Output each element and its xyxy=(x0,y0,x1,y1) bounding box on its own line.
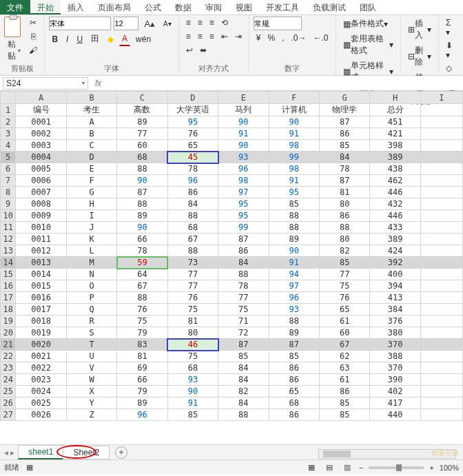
cell[interactable]: 66 xyxy=(117,234,167,245)
col-header-F[interactable]: F xyxy=(269,92,319,104)
sheet-tab-2[interactable]: Sheet2 xyxy=(63,446,110,459)
row-header-24[interactable]: 24 xyxy=(1,374,16,386)
font-size-combo[interactable] xyxy=(114,17,138,30)
cell[interactable]: 424 xyxy=(370,245,420,257)
cell[interactable]: 88 xyxy=(269,315,319,327)
row-header-15[interactable]: 15 xyxy=(1,269,16,280)
cell[interactable]: 86 xyxy=(319,386,369,397)
cell[interactable]: W xyxy=(66,374,116,386)
cell[interactable]: 89 xyxy=(117,116,167,128)
cell[interactable]: 446 xyxy=(370,187,420,198)
cell[interactable] xyxy=(420,198,462,210)
cell[interactable] xyxy=(420,116,462,128)
cell[interactable]: 68 xyxy=(269,397,319,409)
align-middle-button[interactable]: ≡ xyxy=(195,17,205,29)
cell[interactable]: 78 xyxy=(218,280,269,292)
cell[interactable]: 46 xyxy=(167,339,218,351)
view-break-button[interactable]: ▥ xyxy=(341,462,353,473)
cell[interactable] xyxy=(420,397,462,409)
cell[interactable]: 88 xyxy=(117,163,167,175)
cell[interactable]: 88 xyxy=(218,269,269,280)
col-header-D[interactable]: D xyxy=(167,92,218,104)
cell[interactable]: Z xyxy=(66,409,116,421)
cell[interactable]: Q xyxy=(66,304,116,315)
cell[interactable]: 89 xyxy=(269,234,319,245)
cell[interactable]: 96 xyxy=(117,409,167,421)
cell[interactable]: 大学英语 xyxy=(167,104,218,116)
cell[interactable]: E xyxy=(66,163,116,175)
cell[interactable]: H xyxy=(66,198,116,210)
cell[interactable]: C xyxy=(66,140,116,152)
indent-inc-button[interactable]: ⇥ xyxy=(232,30,245,43)
cell[interactable]: 0012 xyxy=(16,245,66,257)
cell[interactable]: 编号 xyxy=(16,104,66,116)
cell[interactable]: 0022 xyxy=(16,362,66,374)
cell[interactable]: 0009 xyxy=(16,210,66,222)
row-header-16[interactable]: 16 xyxy=(1,280,16,292)
row-header-17[interactable]: 17 xyxy=(1,292,16,304)
grow-font-button[interactable]: A▴ xyxy=(141,17,158,30)
number-format-combo[interactable] xyxy=(254,17,302,30)
format-as-table-button[interactable]: ▦ 套用表格格式 ▾ xyxy=(340,32,397,58)
cell[interactable]: 85 xyxy=(218,351,269,362)
cell[interactable] xyxy=(420,304,462,315)
cell[interactable]: 75 xyxy=(218,304,269,315)
cell[interactable]: 85 xyxy=(167,409,218,421)
cell[interactable]: 91 xyxy=(269,175,319,187)
cell[interactable]: 63 xyxy=(319,362,369,374)
cell[interactable]: 86 xyxy=(269,362,319,374)
cell[interactable]: 95 xyxy=(218,198,269,210)
cell[interactable]: 84 xyxy=(319,152,369,163)
cell[interactable] xyxy=(420,269,462,280)
cell[interactable]: 87 xyxy=(218,339,269,351)
cell[interactable]: 73 xyxy=(167,257,218,269)
cell[interactable]: 97 xyxy=(218,187,269,198)
autosum-button[interactable]: Σ ▾ xyxy=(443,17,459,39)
row-header-1[interactable]: 1 xyxy=(1,104,16,116)
phonetic-button[interactable]: wén xyxy=(133,32,154,46)
tab-layout[interactable]: 页面布局 xyxy=(91,0,138,14)
cell[interactable]: 78 xyxy=(117,245,167,257)
name-box[interactable]: S24▾ xyxy=(3,77,88,90)
zoom-level[interactable]: 100% xyxy=(440,464,459,472)
cell[interactable]: 417 xyxy=(370,397,420,409)
row-header-7[interactable]: 7 xyxy=(1,175,16,187)
cell[interactable]: O xyxy=(66,280,116,292)
cell[interactable]: 78 xyxy=(319,163,369,175)
cell[interactable]: 69 xyxy=(117,362,167,374)
cell[interactable]: 380 xyxy=(370,327,420,339)
cell[interactable]: 0020 xyxy=(16,339,66,351)
col-header-H[interactable]: H xyxy=(370,92,420,104)
cell[interactable]: 85 xyxy=(319,140,369,152)
col-header-I[interactable]: I xyxy=(420,92,462,104)
wrap-text-button[interactable]: ↩ xyxy=(183,44,196,56)
row-header-21[interactable]: 21 xyxy=(1,339,16,351)
cell[interactable]: 97 xyxy=(269,280,319,292)
row-header-4[interactable]: 4 xyxy=(1,140,16,152)
cell[interactable]: 77 xyxy=(117,128,167,140)
view-page-button[interactable]: ▤ xyxy=(323,462,336,473)
cell[interactable]: 370 xyxy=(370,362,420,374)
cell[interactable]: 93 xyxy=(269,304,319,315)
cell[interactable]: 400 xyxy=(370,269,420,280)
cell[interactable]: 85 xyxy=(269,351,319,362)
cell[interactable]: 433 xyxy=(370,222,420,234)
cell[interactable]: 96 xyxy=(269,292,319,304)
cell[interactable]: 93 xyxy=(218,152,269,163)
cell[interactable]: V xyxy=(66,362,116,374)
cell[interactable]: 物理学 xyxy=(319,104,369,116)
cell[interactable]: 376 xyxy=(370,315,420,327)
cell[interactable]: 85 xyxy=(269,198,319,210)
cell[interactable]: 0001 xyxy=(16,116,66,128)
cell[interactable]: 440 xyxy=(370,409,420,421)
cell[interactable]: 0016 xyxy=(16,292,66,304)
cell[interactable]: 考生 xyxy=(66,104,116,116)
row-header-25[interactable]: 25 xyxy=(1,386,16,397)
cell[interactable]: 76 xyxy=(319,292,369,304)
cell[interactable]: 60 xyxy=(319,327,369,339)
cell[interactable] xyxy=(420,140,462,152)
cell[interactable]: 0018 xyxy=(16,315,66,327)
cell[interactable] xyxy=(420,234,462,245)
border-button[interactable]: 田 xyxy=(88,32,102,46)
cell[interactable]: 95 xyxy=(167,116,218,128)
